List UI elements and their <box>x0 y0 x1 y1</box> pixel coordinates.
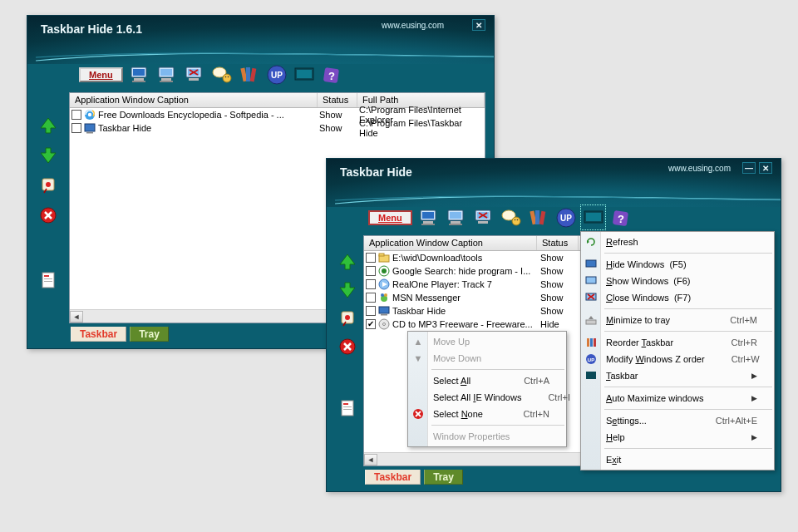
row-checkbox[interactable] <box>366 279 376 289</box>
arrow-down-icon[interactable] <box>38 145 58 165</box>
col-application[interactable]: Application Window Caption <box>70 93 318 107</box>
window-title: Taskbar Hide 1.6.1 <box>41 22 142 36</box>
page-icon[interactable] <box>337 398 357 418</box>
page-icon[interactable] <box>38 270 58 290</box>
row-checkbox[interactable] <box>71 123 81 133</box>
menu-window-properties[interactable]: Window Properties <box>408 428 566 445</box>
help-icon[interactable]: ? <box>319 62 343 86</box>
menu-auto-maximize[interactable]: Auto Maximize windows▶ <box>581 390 774 406</box>
scroll-left-icon[interactable]: ◄ <box>364 454 377 466</box>
books-icon[interactable] <box>526 205 550 229</box>
row-checkbox[interactable] <box>71 110 81 120</box>
svg-point-14 <box>223 74 231 82</box>
menu-move-up[interactable]: ▲Move Up <box>408 333 566 350</box>
arrow-down-icon[interactable] <box>337 280 357 300</box>
app-icon <box>377 304 391 318</box>
toolbar: UP ? <box>416 205 633 229</box>
svg-rect-60 <box>539 210 545 224</box>
minimize-button[interactable]: — <box>742 162 756 174</box>
monitor-icon <box>584 274 598 288</box>
svg-rect-47 <box>451 221 461 224</box>
monitor2-icon[interactable] <box>444 205 468 229</box>
svg-marker-101 <box>589 316 594 319</box>
scroll-left-icon[interactable]: ◄ <box>70 311 83 323</box>
menu-reorder-taskbar[interactable]: Reorder TaskbarCtrl+R <box>581 334 774 351</box>
monitor-icon[interactable] <box>416 205 441 229</box>
chat-icon[interactable] <box>499 205 523 229</box>
monitor-close-icon <box>584 291 598 304</box>
menu-help-submenu[interactable]: Help▶ <box>581 429 774 446</box>
svg-rect-18 <box>246 67 250 81</box>
svg-rect-64 <box>586 213 601 221</box>
up-badge-icon[interactable]: UP <box>264 62 288 86</box>
refresh-icon <box>584 235 598 249</box>
menu-button[interactable]: Menu <box>368 210 412 225</box>
svg-point-57 <box>516 219 518 220</box>
screen-icon[interactable] <box>581 205 605 229</box>
svg-rect-23 <box>297 70 312 78</box>
arrow-up-icon[interactable] <box>337 252 357 272</box>
svg-rect-12 <box>189 78 199 81</box>
tab-tray[interactable]: Tray <box>130 327 169 342</box>
menu-zorder[interactable]: UPModify Windows Z orderCtrl+W <box>581 351 774 367</box>
cancel-icon[interactable] <box>38 205 58 225</box>
pin-icon[interactable] <box>337 308 357 328</box>
svg-rect-74 <box>342 401 353 416</box>
tab-bar: Taskbar Tray <box>365 470 463 485</box>
web-icon <box>377 264 391 278</box>
col-status[interactable]: Status <box>318 93 357 107</box>
menu-exit[interactable]: Exit <box>581 451 774 468</box>
menu-refresh[interactable]: Refresh <box>581 234 774 250</box>
row-checkbox[interactable]: ✔ <box>366 319 376 329</box>
cancel-icon[interactable] <box>337 337 357 357</box>
menu-settings[interactable]: Settings...Ctrl+Alt+E <box>581 412 774 429</box>
tab-taskbar[interactable]: Taskbar <box>71 327 126 342</box>
svg-rect-36 <box>44 281 52 282</box>
pin-icon[interactable] <box>38 175 58 195</box>
row-checkbox[interactable] <box>366 293 376 303</box>
close-button[interactable]: ✕ <box>759 162 772 174</box>
svg-marker-26 <box>41 118 56 133</box>
up-badge-icon: UP <box>584 352 598 366</box>
menu-minimize-tray[interactable]: Minimize to trayCtrl+M <box>581 312 774 328</box>
chat-icon[interactable] <box>209 62 234 86</box>
menu-select-ie[interactable]: Select All IE WindowsCtrl+I <box>408 389 566 406</box>
menu-select-all[interactable]: Select AllCtrl+A <box>408 372 566 389</box>
screen-icon[interactable] <box>292 62 316 86</box>
help-icon[interactable]: ? <box>608 205 633 229</box>
menu-move-down[interactable]: ▼Move Down <box>408 350 566 367</box>
tab-taskbar[interactable]: Taskbar <box>365 470 421 485</box>
vendor-url[interactable]: www.eusing.com <box>668 164 731 173</box>
menu-select-none[interactable]: Select NoneCtrl+N <box>408 406 566 422</box>
svg-rect-7 <box>160 81 173 82</box>
svg-rect-100 <box>586 320 596 324</box>
menu-button[interactable]: Menu <box>79 67 123 82</box>
svg-rect-2 <box>134 78 144 81</box>
monitor2-icon[interactable] <box>155 62 179 86</box>
row-checkbox[interactable] <box>366 306 376 316</box>
vendor-url[interactable]: www.eusing.com <box>382 21 444 30</box>
row-checkbox[interactable] <box>366 266 376 276</box>
svg-text:UP: UP <box>588 357 594 362</box>
col-application[interactable]: Application Window Caption <box>364 236 537 250</box>
monitor-close-icon[interactable] <box>471 205 495 229</box>
svg-point-38 <box>88 113 91 116</box>
menu-hide-windows[interactable]: Hide Windows (F5) <box>581 256 774 273</box>
up-badge-icon[interactable]: UP <box>554 205 578 229</box>
col-status[interactable]: Status <box>537 236 579 250</box>
cd-icon <box>377 318 391 331</box>
menu-taskbar-submenu[interactable]: Taskbar▶ <box>581 367 774 384</box>
table-row[interactable]: Taskbar Hide Show C:\Program Files\Taskb… <box>70 121 485 135</box>
arrow-up-icon: ▲ <box>411 335 425 348</box>
monitor-close-icon[interactable] <box>182 62 206 86</box>
menu-close-windows[interactable]: Close Windows (F7) <box>581 289 774 306</box>
row-checkbox[interactable] <box>366 253 376 263</box>
arrow-up-icon[interactable] <box>38 116 58 135</box>
menu-show-windows[interactable]: Show Windows (F6) <box>581 273 774 289</box>
close-button[interactable]: ✕ <box>472 19 485 31</box>
books-icon[interactable] <box>237 62 261 86</box>
monitor-icon[interactable] <box>127 62 151 86</box>
svg-point-81 <box>382 268 387 273</box>
svg-rect-59 <box>535 210 539 224</box>
tab-tray[interactable]: Tray <box>424 470 463 485</box>
